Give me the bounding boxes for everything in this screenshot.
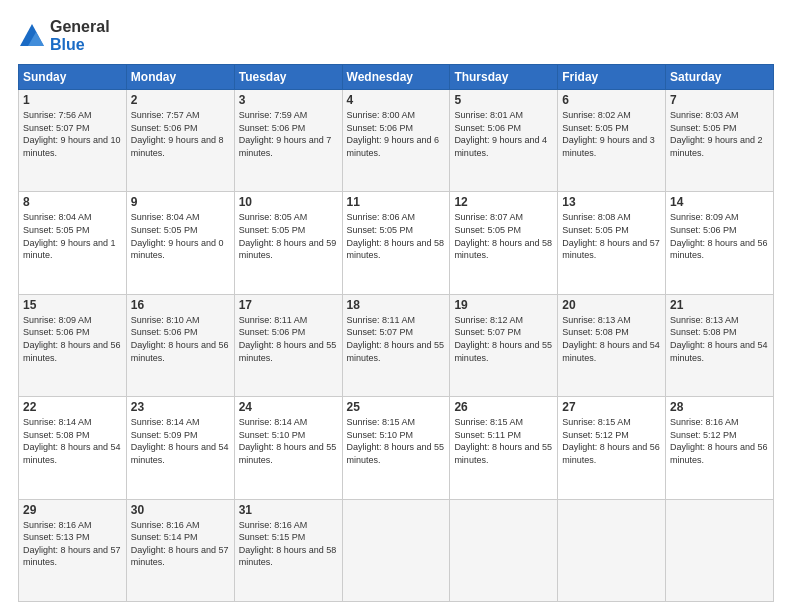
weekday-header: Wednesday (342, 65, 450, 90)
day-info: Sunrise: 8:08 AMSunset: 5:05 PMDaylight:… (562, 211, 661, 261)
weekday-header: Thursday (450, 65, 558, 90)
day-info: Sunrise: 8:15 AMSunset: 5:11 PMDaylight:… (454, 416, 553, 466)
day-info: Sunrise: 8:14 AMSunset: 5:09 PMDaylight:… (131, 416, 230, 466)
day-number: 5 (454, 93, 553, 107)
day-number: 4 (347, 93, 446, 107)
day-number: 13 (562, 195, 661, 209)
day-number: 8 (23, 195, 122, 209)
calendar-cell: 12Sunrise: 8:07 AMSunset: 5:05 PMDayligh… (450, 192, 558, 294)
day-number: 29 (23, 503, 122, 517)
day-info: Sunrise: 8:13 AMSunset: 5:08 PMDaylight:… (562, 314, 661, 364)
day-number: 22 (23, 400, 122, 414)
day-number: 31 (239, 503, 338, 517)
calendar-cell: 1Sunrise: 7:56 AMSunset: 5:07 PMDaylight… (19, 90, 127, 192)
day-info: Sunrise: 8:01 AMSunset: 5:06 PMDaylight:… (454, 109, 553, 159)
day-number: 9 (131, 195, 230, 209)
calendar-cell: 26Sunrise: 8:15 AMSunset: 5:11 PMDayligh… (450, 397, 558, 499)
day-number: 27 (562, 400, 661, 414)
day-number: 16 (131, 298, 230, 312)
day-info: Sunrise: 8:14 AMSunset: 5:10 PMDaylight:… (239, 416, 338, 466)
calendar-cell: 3Sunrise: 7:59 AMSunset: 5:06 PMDaylight… (234, 90, 342, 192)
calendar-body: 1Sunrise: 7:56 AMSunset: 5:07 PMDaylight… (19, 90, 774, 602)
day-number: 7 (670, 93, 769, 107)
calendar-cell: 31Sunrise: 8:16 AMSunset: 5:15 PMDayligh… (234, 499, 342, 601)
day-info: Sunrise: 8:16 AMSunset: 5:14 PMDaylight:… (131, 519, 230, 569)
logo-text: General Blue (50, 18, 110, 54)
page: General Blue SundayMondayTuesdayWednesda… (0, 0, 792, 612)
day-info: Sunrise: 8:02 AMSunset: 5:05 PMDaylight:… (562, 109, 661, 159)
day-number: 18 (347, 298, 446, 312)
day-info: Sunrise: 7:57 AMSunset: 5:06 PMDaylight:… (131, 109, 230, 159)
day-number: 3 (239, 93, 338, 107)
calendar-cell: 28Sunrise: 8:16 AMSunset: 5:12 PMDayligh… (666, 397, 774, 499)
calendar-cell: 24Sunrise: 8:14 AMSunset: 5:10 PMDayligh… (234, 397, 342, 499)
calendar-cell: 10Sunrise: 8:05 AMSunset: 5:05 PMDayligh… (234, 192, 342, 294)
calendar-cell: 16Sunrise: 8:10 AMSunset: 5:06 PMDayligh… (126, 294, 234, 396)
day-info: Sunrise: 8:05 AMSunset: 5:05 PMDaylight:… (239, 211, 338, 261)
calendar-cell: 25Sunrise: 8:15 AMSunset: 5:10 PMDayligh… (342, 397, 450, 499)
day-info: Sunrise: 8:11 AMSunset: 5:06 PMDaylight:… (239, 314, 338, 364)
day-info: Sunrise: 8:00 AMSunset: 5:06 PMDaylight:… (347, 109, 446, 159)
day-number: 12 (454, 195, 553, 209)
calendar-cell: 20Sunrise: 8:13 AMSunset: 5:08 PMDayligh… (558, 294, 666, 396)
day-info: Sunrise: 8:16 AMSunset: 5:13 PMDaylight:… (23, 519, 122, 569)
day-number: 1 (23, 93, 122, 107)
calendar-week-row: 8Sunrise: 8:04 AMSunset: 5:05 PMDaylight… (19, 192, 774, 294)
calendar-cell: 21Sunrise: 8:13 AMSunset: 5:08 PMDayligh… (666, 294, 774, 396)
calendar-cell: 19Sunrise: 8:12 AMSunset: 5:07 PMDayligh… (450, 294, 558, 396)
day-info: Sunrise: 8:04 AMSunset: 5:05 PMDaylight:… (131, 211, 230, 261)
calendar-cell: 15Sunrise: 8:09 AMSunset: 5:06 PMDayligh… (19, 294, 127, 396)
day-info: Sunrise: 8:07 AMSunset: 5:05 PMDaylight:… (454, 211, 553, 261)
day-number: 26 (454, 400, 553, 414)
calendar-week-row: 15Sunrise: 8:09 AMSunset: 5:06 PMDayligh… (19, 294, 774, 396)
logo-icon (18, 22, 46, 50)
calendar-cell: 22Sunrise: 8:14 AMSunset: 5:08 PMDayligh… (19, 397, 127, 499)
day-info: Sunrise: 8:04 AMSunset: 5:05 PMDaylight:… (23, 211, 122, 261)
calendar-cell (558, 499, 666, 601)
calendar-cell: 18Sunrise: 8:11 AMSunset: 5:07 PMDayligh… (342, 294, 450, 396)
day-number: 28 (670, 400, 769, 414)
day-info: Sunrise: 8:10 AMSunset: 5:06 PMDaylight:… (131, 314, 230, 364)
day-info: Sunrise: 8:06 AMSunset: 5:05 PMDaylight:… (347, 211, 446, 261)
calendar-cell: 14Sunrise: 8:09 AMSunset: 5:06 PMDayligh… (666, 192, 774, 294)
day-number: 6 (562, 93, 661, 107)
calendar-cell: 30Sunrise: 8:16 AMSunset: 5:14 PMDayligh… (126, 499, 234, 601)
calendar-cell: 11Sunrise: 8:06 AMSunset: 5:05 PMDayligh… (342, 192, 450, 294)
calendar-cell: 27Sunrise: 8:15 AMSunset: 5:12 PMDayligh… (558, 397, 666, 499)
calendar-week-row: 1Sunrise: 7:56 AMSunset: 5:07 PMDaylight… (19, 90, 774, 192)
calendar-cell: 17Sunrise: 8:11 AMSunset: 5:06 PMDayligh… (234, 294, 342, 396)
calendar-header-row: SundayMondayTuesdayWednesdayThursdayFrid… (19, 65, 774, 90)
day-info: Sunrise: 8:13 AMSunset: 5:08 PMDaylight:… (670, 314, 769, 364)
day-info: Sunrise: 8:15 AMSunset: 5:10 PMDaylight:… (347, 416, 446, 466)
calendar-cell: 8Sunrise: 8:04 AMSunset: 5:05 PMDaylight… (19, 192, 127, 294)
day-info: Sunrise: 8:03 AMSunset: 5:05 PMDaylight:… (670, 109, 769, 159)
day-number: 30 (131, 503, 230, 517)
day-info: Sunrise: 8:09 AMSunset: 5:06 PMDaylight:… (670, 211, 769, 261)
weekday-header: Tuesday (234, 65, 342, 90)
day-number: 21 (670, 298, 769, 312)
day-info: Sunrise: 8:14 AMSunset: 5:08 PMDaylight:… (23, 416, 122, 466)
calendar-cell (450, 499, 558, 601)
day-number: 10 (239, 195, 338, 209)
day-number: 17 (239, 298, 338, 312)
calendar-cell: 5Sunrise: 8:01 AMSunset: 5:06 PMDaylight… (450, 90, 558, 192)
day-info: Sunrise: 7:56 AMSunset: 5:07 PMDaylight:… (23, 109, 122, 159)
day-number: 11 (347, 195, 446, 209)
day-number: 20 (562, 298, 661, 312)
calendar-cell: 6Sunrise: 8:02 AMSunset: 5:05 PMDaylight… (558, 90, 666, 192)
day-info: Sunrise: 8:16 AMSunset: 5:12 PMDaylight:… (670, 416, 769, 466)
day-info: Sunrise: 7:59 AMSunset: 5:06 PMDaylight:… (239, 109, 338, 159)
day-info: Sunrise: 8:16 AMSunset: 5:15 PMDaylight:… (239, 519, 338, 569)
calendar-cell: 9Sunrise: 8:04 AMSunset: 5:05 PMDaylight… (126, 192, 234, 294)
calendar-cell: 2Sunrise: 7:57 AMSunset: 5:06 PMDaylight… (126, 90, 234, 192)
day-number: 15 (23, 298, 122, 312)
calendar-cell: 4Sunrise: 8:00 AMSunset: 5:06 PMDaylight… (342, 90, 450, 192)
calendar-week-row: 29Sunrise: 8:16 AMSunset: 5:13 PMDayligh… (19, 499, 774, 601)
weekday-header: Sunday (19, 65, 127, 90)
calendar-cell: 29Sunrise: 8:16 AMSunset: 5:13 PMDayligh… (19, 499, 127, 601)
calendar-cell: 13Sunrise: 8:08 AMSunset: 5:05 PMDayligh… (558, 192, 666, 294)
day-info: Sunrise: 8:09 AMSunset: 5:06 PMDaylight:… (23, 314, 122, 364)
calendar-cell (342, 499, 450, 601)
day-number: 23 (131, 400, 230, 414)
calendar-cell: 7Sunrise: 8:03 AMSunset: 5:05 PMDaylight… (666, 90, 774, 192)
